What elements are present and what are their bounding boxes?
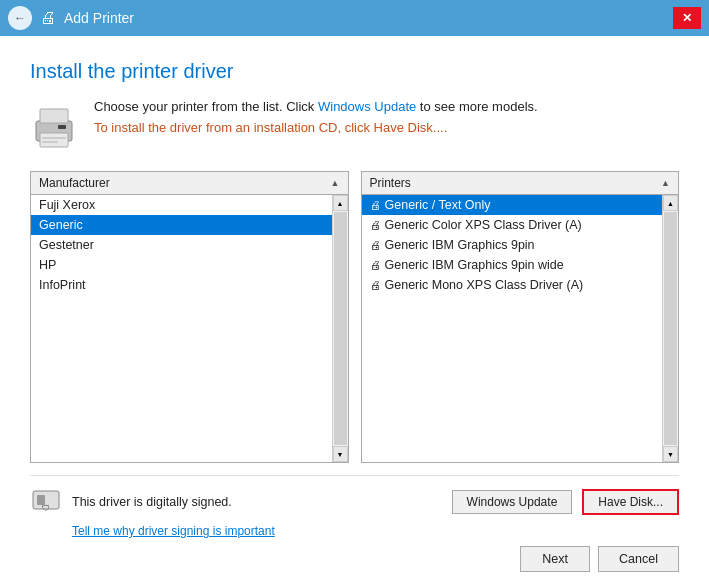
printer-item-icon: 🖨 bbox=[370, 279, 381, 291]
intro-line2: To install the driver from an installati… bbox=[94, 120, 538, 135]
printer-item-icon: 🖨 bbox=[370, 239, 381, 251]
driver-signed-row: 🛡 This driver is digitally signed. Windo… bbox=[30, 486, 679, 518]
scroll-down-btn[interactable]: ▼ bbox=[333, 446, 348, 462]
lists-container: Manufacturer ▲ Fuji Xerox Generic Gestet… bbox=[30, 171, 679, 463]
svg-rect-5 bbox=[42, 141, 58, 143]
list-item[interactable]: 🖨Generic IBM Graphics 9pin wide bbox=[362, 255, 663, 275]
driver-signed-text: This driver is digitally signed. bbox=[72, 495, 442, 509]
window-title: Add Printer bbox=[64, 10, 134, 26]
intro-section: Choose your printer from the list. Click… bbox=[30, 99, 679, 151]
manufacturer-list-box: Manufacturer ▲ Fuji Xerox Generic Gestet… bbox=[30, 171, 349, 463]
back-button[interactable]: ← bbox=[8, 6, 32, 30]
scroll-thumb bbox=[334, 212, 347, 445]
list-item[interactable]: Generic bbox=[31, 215, 332, 235]
scroll-thumb bbox=[664, 212, 677, 445]
title-bar-left: ← 🖨 Add Printer bbox=[8, 6, 134, 30]
list-item[interactable]: InfoPrint bbox=[31, 275, 332, 295]
printers-list-inner: 🖨Generic / Text Only 🖨Generic Color XPS … bbox=[362, 195, 679, 462]
list-item[interactable]: 🖨Generic Mono XPS Class Driver (A) bbox=[362, 275, 663, 295]
list-item[interactable]: Fuji Xerox bbox=[31, 195, 332, 215]
printers-list-content[interactable]: 🖨Generic / Text Only 🖨Generic Color XPS … bbox=[362, 195, 663, 462]
windows-update-link[interactable]: Windows Update bbox=[318, 99, 416, 114]
printers-list-box: Printers ▲ 🖨Generic / Text Only 🖨Generic… bbox=[361, 171, 680, 463]
printers-header-label: Printers bbox=[370, 176, 411, 190]
manufacturer-header-label: Manufacturer bbox=[39, 176, 110, 190]
cancel-button[interactable]: Cancel bbox=[598, 546, 679, 572]
printer-title-icon: 🖨 bbox=[40, 9, 56, 27]
driver-signing-link[interactable]: Tell me why driver signing is important bbox=[72, 524, 679, 538]
svg-rect-1 bbox=[40, 109, 68, 123]
scroll-up-btn[interactable]: ▲ bbox=[663, 195, 678, 211]
intro-text: Choose your printer from the list. Click… bbox=[94, 99, 538, 135]
printers-list-header: Printers ▲ bbox=[362, 172, 679, 195]
manufacturer-list-header: Manufacturer ▲ bbox=[31, 172, 348, 195]
next-button[interactable]: Next bbox=[520, 546, 590, 572]
svg-text:🛡: 🛡 bbox=[42, 504, 50, 513]
have-disk-link[interactable]: Have Disk... bbox=[374, 120, 444, 135]
window: ← 🖨 Add Printer ✕ Install the printer dr… bbox=[0, 0, 709, 588]
shield-icon: 🛡 bbox=[31, 487, 61, 517]
printers-scrollbar[interactable]: ▲ ▼ bbox=[662, 195, 678, 462]
bottom-section: 🛡 This driver is digitally signed. Windo… bbox=[30, 475, 679, 572]
printers-scroll-up[interactable]: ▲ bbox=[661, 178, 670, 188]
list-item[interactable]: 🖨Generic IBM Graphics 9pin bbox=[362, 235, 663, 255]
printer-large-icon bbox=[30, 103, 78, 151]
shield-icon-area: 🛡 bbox=[30, 486, 62, 518]
printer-item-icon: 🖨 bbox=[370, 219, 381, 231]
list-item[interactable]: 🖨Generic / Text Only bbox=[362, 195, 663, 215]
close-button[interactable]: ✕ bbox=[673, 7, 701, 29]
windows-update-button[interactable]: Windows Update bbox=[452, 490, 573, 514]
manufacturer-list-inner: Fuji Xerox Generic Gestetner HP InfoPrin… bbox=[31, 195, 348, 462]
content-area: Install the printer driver Choose your p… bbox=[0, 36, 709, 588]
manufacturer-list-content[interactable]: Fuji Xerox Generic Gestetner HP InfoPrin… bbox=[31, 195, 332, 462]
list-item[interactable]: Gestetner bbox=[31, 235, 332, 255]
printer-item-icon: 🖨 bbox=[370, 199, 381, 211]
svg-rect-4 bbox=[42, 137, 66, 139]
list-item[interactable]: 🖨Generic Color XPS Class Driver (A) bbox=[362, 215, 663, 235]
svg-rect-3 bbox=[58, 125, 66, 129]
have-disk-button[interactable]: Have Disk... bbox=[582, 489, 679, 515]
scroll-down-btn[interactable]: ▼ bbox=[663, 446, 678, 462]
page-title: Install the printer driver bbox=[30, 60, 679, 83]
footer-buttons: Next Cancel bbox=[30, 546, 679, 572]
printer-item-icon: 🖨 bbox=[370, 259, 381, 271]
manufacturer-scrollbar[interactable]: ▲ ▼ bbox=[332, 195, 348, 462]
scroll-up-btn[interactable]: ▲ bbox=[333, 195, 348, 211]
manufacturer-scroll-up[interactable]: ▲ bbox=[331, 178, 340, 188]
svg-rect-2 bbox=[40, 133, 68, 147]
title-bar: ← 🖨 Add Printer ✕ bbox=[0, 0, 709, 36]
intro-line1: Choose your printer from the list. Click… bbox=[94, 99, 538, 114]
list-item[interactable]: HP bbox=[31, 255, 332, 275]
